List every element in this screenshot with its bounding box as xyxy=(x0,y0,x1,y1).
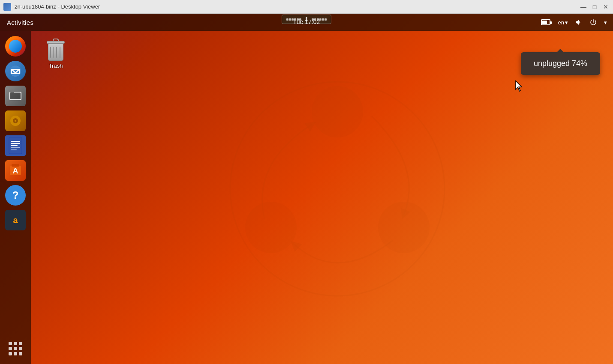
svg-rect-16 xyxy=(11,147,20,148)
power-icon xyxy=(589,18,597,26)
clock[interactable]: Tue 17:02 xyxy=(293,18,320,25)
window-title: zn-ubu1804-binz - Desktop Viewer xyxy=(15,3,580,10)
system-tray: en ▾ ▾ xyxy=(538,17,613,28)
screenshot-icon xyxy=(5,86,26,106)
software-icon: A xyxy=(5,160,26,181)
battery-fill xyxy=(542,21,547,24)
dock-item-screenshot[interactable] xyxy=(4,85,27,107)
close-button[interactable]: ✕ xyxy=(602,3,610,11)
window-controls: — □ ✕ xyxy=(580,3,610,11)
svg-rect-20 xyxy=(12,164,19,167)
window-frame: zn-ubu1804-binz - Desktop Viewer — □ ✕ xyxy=(0,0,613,364)
battery-tooltip-text: unplugged 74% xyxy=(534,59,587,68)
battery-tooltip: unplugged 74% xyxy=(521,52,600,75)
language-tray-item[interactable]: en ▾ xyxy=(556,18,571,27)
rhythmbox-icon xyxy=(5,110,26,131)
top-panel: Activities ⬇ Tue 17:0 xyxy=(0,14,613,31)
dock-item-writer[interactable] xyxy=(4,134,27,157)
trash-icon-image xyxy=(45,39,66,61)
activities-button[interactable]: Activities xyxy=(0,14,40,31)
help-icon: ? xyxy=(5,185,26,206)
cursor xyxy=(515,80,525,92)
battery-icon xyxy=(541,19,550,25)
dock-item-thunderbird[interactable] xyxy=(4,60,27,82)
settings-tray-item[interactable]: ▾ xyxy=(601,18,610,27)
title-bar: zn-ubu1804-binz - Desktop Viewer — □ ✕ xyxy=(0,0,613,14)
ubuntu-desktop: Activities ⬇ Tue 17:0 xyxy=(0,14,613,364)
svg-point-1 xyxy=(312,86,363,137)
amazon-icon: a xyxy=(5,210,26,230)
svg-text:A: A xyxy=(13,167,18,175)
ubuntu-watermark xyxy=(209,60,466,317)
dock-item-help[interactable]: ? xyxy=(4,184,27,206)
firefox-icon xyxy=(5,36,26,57)
dock-item-amazon[interactable]: a xyxy=(4,209,27,231)
app-grid-icon xyxy=(9,342,22,355)
dock-item-firefox[interactable] xyxy=(4,35,27,57)
thunderbird-icon xyxy=(5,61,26,81)
dock-item-rhythmbox[interactable] xyxy=(4,110,27,132)
trash-body xyxy=(48,44,63,61)
volume-tray-item[interactable] xyxy=(572,17,585,28)
maximize-button[interactable]: □ xyxy=(591,3,598,11)
svg-point-10 xyxy=(15,120,16,122)
volume-icon xyxy=(575,18,583,26)
settings-arrow: ▾ xyxy=(604,19,607,26)
svg-point-3 xyxy=(245,202,297,253)
dock-item-software[interactable]: A xyxy=(4,159,27,182)
window-icon xyxy=(3,3,11,11)
desktop-icons: Trash xyxy=(39,35,73,72)
svg-rect-14 xyxy=(11,143,20,144)
svg-rect-13 xyxy=(11,141,20,142)
svg-rect-17 xyxy=(11,149,17,150)
trash-desktop-icon[interactable]: Trash xyxy=(39,35,73,72)
svg-rect-5 xyxy=(10,92,21,100)
trash-label: Trash xyxy=(49,63,63,69)
battery-tray-item[interactable] xyxy=(538,18,554,27)
language-label: en xyxy=(558,19,564,26)
writer-icon xyxy=(5,135,26,156)
firefox-globe xyxy=(9,40,22,53)
svg-rect-15 xyxy=(11,145,18,146)
dock: A ? a xyxy=(0,31,31,364)
svg-rect-7 xyxy=(10,91,21,92)
power-tray-item[interactable] xyxy=(587,17,600,28)
language-arrow: ▾ xyxy=(565,19,568,26)
dock-item-app-grid[interactable] xyxy=(4,337,27,359)
minimize-button[interactable]: — xyxy=(580,3,587,11)
